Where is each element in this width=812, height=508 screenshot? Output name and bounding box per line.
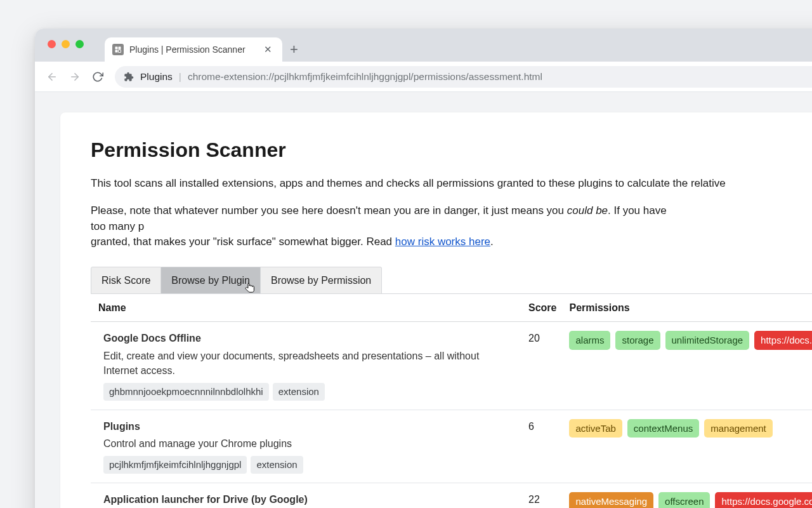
svg-rect-3 [119, 50, 121, 53]
arrow-left-icon [46, 71, 58, 83]
tab-browse-by-plugin[interactable]: Browse by Plugin [161, 267, 261, 294]
intro-paragraph-2: Please, note that whatever number you se… [91, 203, 669, 250]
extension-icon [124, 72, 134, 82]
permission-badge: https://docs.g [754, 331, 812, 350]
plugins-table: Name Score Permissions Google Docs Offli… [91, 293, 812, 508]
col-header-score: Score [522, 294, 563, 322]
plugin-description: Edit, create and view your documents, sp… [103, 349, 516, 378]
plugin-description: Control and manage your Chrome plugins [103, 436, 516, 451]
plugin-permissions: nativeMessagingoffscreenhttps://docs.goo… [563, 483, 812, 508]
page-title: Permission Scanner [91, 135, 669, 164]
tab-close-button[interactable]: ✕ [261, 43, 275, 57]
arrow-right-icon [69, 71, 81, 83]
permission-badge: activeTab [569, 419, 622, 438]
table-row: Application launcher for Drive (by Googl… [91, 483, 812, 508]
page-viewport: Permission Scanner This tool scans all i… [35, 92, 812, 508]
risk-docs-link[interactable]: how risk works here [395, 236, 490, 248]
plugin-type-chip: extension [251, 456, 303, 474]
omnibox-url: chrome-extension://pcjlhkmfjmfjkeimfcihl… [188, 71, 542, 83]
svg-rect-1 [119, 47, 121, 50]
col-header-permissions: Permissions [563, 294, 812, 322]
permission-badge: https://docs.google.co [715, 492, 812, 508]
nav-forward-button[interactable] [64, 66, 86, 88]
new-tab-button[interactable]: + [282, 41, 306, 62]
maximize-window-button[interactable] [75, 40, 84, 48]
plugin-id-chip: pcjlhkmfjmfjkeimfcihlnljhggnjgpl [103, 456, 247, 474]
tab-title: Plugins | Permission Scanner [129, 44, 246, 55]
window-controls [48, 40, 84, 48]
page-content: Permission Scanner This tool scans all i… [60, 112, 812, 508]
svg-rect-0 [115, 47, 118, 50]
minimize-window-button[interactable] [62, 40, 70, 48]
tab-favicon-icon [112, 44, 124, 55]
browser-tab-active[interactable]: Plugins | Permission Scanner ✕ [105, 37, 282, 62]
plugin-name: Application launcher for Drive (by Googl… [103, 492, 516, 507]
nav-back-button[interactable] [41, 66, 63, 88]
permission-badge: unlimitedStorage [665, 331, 750, 350]
plugin-name: Google Docs Offline [103, 331, 516, 345]
browser-toolbar: Plugins | chrome-extension://pcjlhkmfjmf… [35, 62, 812, 92]
plugin-score: 20 [522, 322, 563, 410]
nav-reload-button[interactable] [87, 66, 108, 88]
plugin-name: Plugins [103, 419, 516, 434]
view-tabs: Risk Score Browse by Plugin Browse by Pe… [91, 267, 669, 294]
table-header-row: Name Score Permissions [91, 294, 812, 322]
permission-badge: contextMenus [627, 419, 699, 438]
tab-browse-by-permission[interactable]: Browse by Permission [261, 267, 382, 294]
col-header-name: Name [91, 294, 522, 322]
svg-rect-2 [115, 50, 118, 53]
browser-window: Plugins | Permission Scanner ✕ + Plugins… [35, 29, 812, 508]
permission-badge: offscreen [658, 492, 710, 508]
address-bar[interactable]: Plugins | chrome-extension://pcjlhkmfjmf… [115, 66, 812, 88]
plugin-permissions: activeTabcontextMenusmanagement [563, 410, 812, 483]
permission-badge: storage [615, 331, 660, 350]
omnibox-page-label: Plugins [140, 71, 173, 83]
plugin-score: 6 [522, 410, 563, 483]
permission-badge: management [704, 419, 773, 438]
permission-badge: alarms [569, 331, 610, 350]
close-window-button[interactable] [48, 40, 56, 48]
plugin-id-chip: ghbmnnjooekpmoecnnnilnnbdlolhkhi [103, 383, 269, 401]
plugin-permissions: alarmsstorageunlimitedStoragehttps://doc… [563, 322, 812, 410]
plugin-score: 22 [522, 483, 563, 508]
tab-risk-score[interactable]: Risk Score [91, 267, 161, 294]
permission-badge: nativeMessaging [569, 492, 653, 508]
reload-icon [92, 71, 103, 83]
omnibox-separator: | [179, 71, 181, 83]
intro-paragraph-1: This tool scans all installed extensions… [91, 176, 669, 192]
plugin-type-chip: extension [273, 383, 325, 401]
table-row: PluginsControl and manage your Chrome pl… [91, 410, 812, 483]
tab-strip: Plugins | Permission Scanner ✕ + [35, 29, 812, 62]
table-row: Google Docs OfflineEdit, create and view… [91, 322, 812, 410]
